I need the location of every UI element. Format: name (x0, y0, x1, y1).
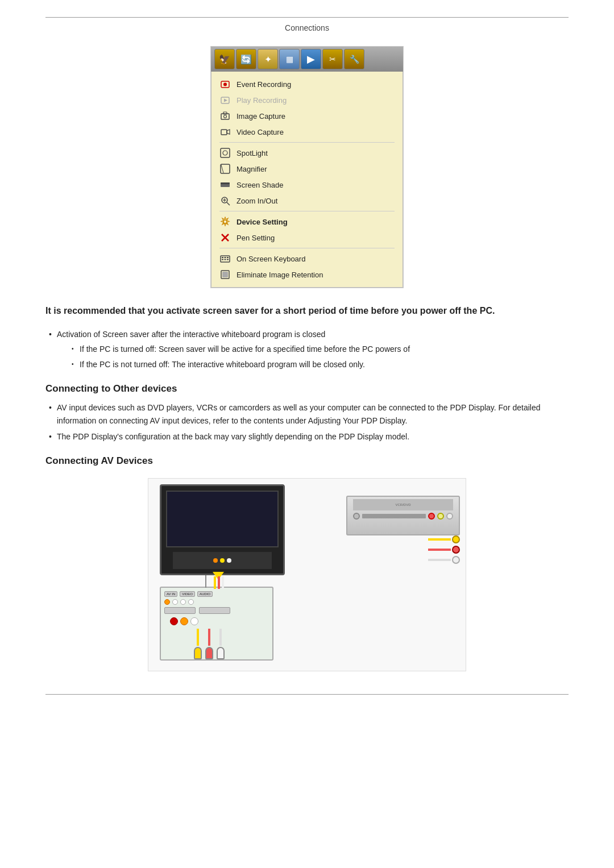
vcr-circle-red (428, 513, 435, 520)
tb-icon-3[interactable]: ✦ (258, 49, 278, 69)
menu-item-video-capture[interactable]: Video Capture (211, 124, 403, 140)
device-setting-label: Device Setting (237, 218, 288, 226)
svg-point-19 (223, 220, 227, 223)
section1-heading: Connecting to Other devices (45, 383, 569, 394)
magnifier-icon (219, 163, 231, 175)
video-capture-icon (219, 126, 231, 138)
menu-item-image-capture[interactable]: Image Capture (211, 108, 403, 124)
top-rule (45, 17, 569, 18)
cable-horiz-white (428, 559, 451, 561)
zoom-inout-icon (219, 195, 231, 206)
menu-divider-2 (219, 211, 395, 211)
section1-bullet-2: The PDP Display's configuration at the b… (45, 430, 569, 443)
sub-bullet-list-1: If the PC is turned off: Screen saver wi… (68, 343, 569, 371)
svg-rect-30 (222, 272, 228, 277)
section1-bullet-list: AV input devices such as DVD players, VC… (45, 401, 569, 443)
svg-marker-3 (224, 99, 227, 102)
svg-rect-14 (221, 182, 230, 184)
cable-horiz-red (428, 549, 451, 551)
tb-icon-6[interactable]: ✂ (322, 49, 343, 69)
page-header: Connections (45, 23, 569, 32)
toolbar-container: 🦅 🔄 ✦ ▦ ▶ ✂ 🔧 Event Recording (210, 46, 404, 288)
sub-bullet-item-1: If the PC is turned off: Screen saver wi… (68, 343, 569, 355)
connect-line-tv-ctrl (205, 575, 206, 588)
cable-red-v (218, 576, 220, 589)
video-capture-label: Video Capture (237, 128, 284, 136)
tb-icon-4[interactable]: ▦ (279, 49, 300, 69)
svg-line-12 (221, 165, 223, 173)
bullet-text-1: Activation of Screen saver after the int… (57, 330, 325, 339)
ctrl-circle-white2-2 (180, 599, 186, 605)
magnifier-label: Magnifier (237, 165, 267, 173)
sub-bullet-text-1: If the PC is turned off: Screen saver wi… (80, 344, 410, 354)
tb-icon-7[interactable]: 🔧 (344, 49, 364, 69)
bold-paragraph: It is recommended that you activate scre… (45, 304, 569, 318)
menu-item-spotlight[interactable]: SpotLight (211, 145, 403, 161)
menu-item-eliminate-image-retention[interactable]: Eliminate Image Retention (211, 267, 403, 283)
tv-bottom (173, 552, 272, 569)
tb-icon-5[interactable]: ▶ (301, 49, 321, 69)
menu-divider-3 (219, 248, 395, 248)
header-title: Connections (285, 23, 329, 32)
event-recording-icon (219, 78, 231, 90)
av-diagram-inner: VCR/DVD AV IN VIDEO AUDIO (148, 478, 466, 671)
menu-item-zoom-inout[interactable]: Zoom In/Out (211, 193, 403, 209)
image-capture-label: Image Capture (237, 112, 285, 121)
rca-plug-white (452, 556, 460, 564)
plug-cable-yellow (197, 629, 199, 646)
ctrl-circle-orange-lg (180, 617, 188, 625)
pen-setting-label: Pen Setting (237, 234, 275, 242)
svg-rect-28 (227, 259, 229, 260)
ctrl-circle-white-lg (190, 617, 198, 625)
image-capture-icon (219, 110, 231, 122)
tb-icon-2[interactable]: 🔄 (236, 49, 256, 69)
tv-screen (166, 491, 279, 547)
menu-item-play-recording[interactable]: Play Recording (211, 92, 403, 108)
ctrl-row-1: AV IN VIDEO AUDIO (164, 591, 269, 597)
ctrl-btn-2: VIDEO (180, 591, 195, 597)
svg-point-10 (223, 151, 227, 155)
sub-bullet-text-2: If the PC is not turned off: The interac… (80, 360, 365, 369)
section1-bullet-text-1: AV input devices such as DVD players, VC… (57, 403, 541, 425)
main-bullet-list: Activation of Screen saver after the int… (45, 328, 569, 371)
svg-rect-23 (222, 257, 223, 258)
svg-rect-11 (221, 164, 230, 173)
menu-item-on-screen-keyboard[interactable]: On Screen Keyboard (211, 251, 403, 267)
section1-bullet-1: AV input devices such as DVD players, VC… (45, 401, 569, 427)
spotlight-label: SpotLight (237, 149, 268, 157)
svg-line-16 (227, 202, 230, 205)
play-recording-icon (219, 94, 231, 106)
device-setting-icon (219, 216, 231, 227)
ctrl-circle-red-lg (170, 617, 178, 625)
menu-item-device-setting[interactable]: Device Setting (211, 214, 403, 230)
cable-connectors-right (428, 535, 460, 564)
eliminate-image-retention-icon (219, 269, 231, 280)
ctrl-btn-wide-1 (164, 607, 196, 614)
pen-setting-icon (219, 232, 231, 243)
svg-rect-25 (227, 257, 229, 258)
menu-item-event-recording[interactable]: Event Recording (211, 76, 403, 92)
bullet-item-1: Activation of Screen saver after the int… (45, 328, 569, 371)
svg-point-6 (224, 115, 227, 118)
on-screen-keyboard-label: On Screen Keyboard (237, 255, 305, 263)
tv-body (160, 484, 285, 575)
plug-red (205, 647, 213, 659)
section2-heading: Connecting AV Devices (45, 455, 569, 467)
ctrl-circle-orange (164, 599, 170, 605)
menu-item-screen-shade[interactable]: Screen Shade (211, 177, 403, 193)
cable-yellow-v (214, 576, 216, 589)
ctrl-circle-white2-3 (188, 599, 194, 605)
plug-white (217, 647, 225, 659)
page-wrapper: Connections 🦅 🔄 ✦ ▦ ▶ ✂ 🔧 (0, 0, 614, 868)
svg-rect-9 (221, 148, 230, 157)
tb-icon-1[interactable]: 🦅 (214, 49, 235, 69)
menu-item-pen-setting[interactable]: Pen Setting (211, 230, 403, 246)
cable-horiz-yellow (428, 538, 451, 541)
ctrl-circle-white2-1 (172, 599, 178, 605)
menu-divider-1 (219, 142, 395, 143)
plug-cable-white (219, 629, 222, 646)
menu-item-magnifier[interactable]: Magnifier (211, 161, 403, 177)
zoom-inout-label: Zoom In/Out (237, 197, 277, 205)
vcr-circle-white (446, 513, 453, 520)
plug-cable-red (208, 629, 210, 646)
